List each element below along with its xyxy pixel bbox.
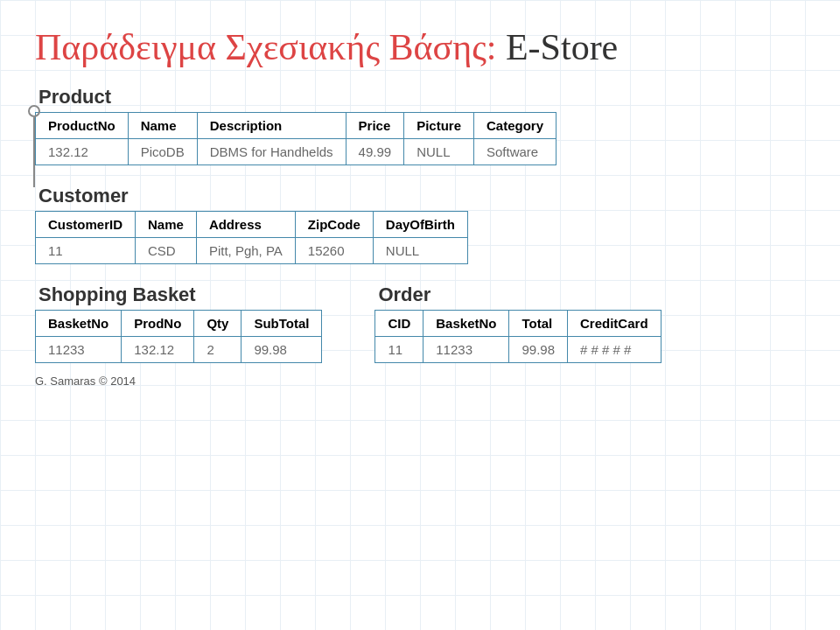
customer-cell-id: 11 bbox=[36, 238, 136, 264]
order-header-row: CID BasketNo Total CreditCard bbox=[375, 311, 661, 337]
title-greek: Παράδειγμα Σχεσιακής Βάσης: bbox=[35, 27, 496, 67]
product-col-picture: Picture bbox=[404, 113, 474, 139]
basket-cell-prodno: 132.12 bbox=[122, 337, 194, 363]
order-cell-total: 99.98 bbox=[509, 337, 568, 363]
order-data-row: 11 11233 99.98 # # # # # bbox=[375, 337, 661, 363]
order-col-total: Total bbox=[509, 311, 568, 337]
footer-text: G. Samaras © 2014 bbox=[35, 374, 136, 388]
bottom-sections: Shopping Basket BasketNo ProdNo Qty SubT… bbox=[35, 284, 805, 382]
customer-col-address: Address bbox=[196, 212, 295, 238]
customer-col-id: CustomerID bbox=[36, 212, 136, 238]
page-title: Παράδειγμα Σχεσιακής Βάσης: E-Store bbox=[35, 26, 805, 68]
order-section: Order CID BasketNo Total CreditCard 11 bbox=[374, 284, 661, 363]
order-col-cid: CID bbox=[375, 311, 424, 337]
title-english: E-Store bbox=[496, 27, 618, 67]
customer-data-row: 11 CSD Pitt, Pgh, PA 15260 NULL bbox=[36, 238, 468, 264]
customer-label: Customer bbox=[38, 185, 805, 207]
basket-cell-basketno: 11233 bbox=[36, 337, 122, 363]
order-col-creditcard: CreditCard bbox=[568, 311, 662, 337]
product-cell-name: PicoDB bbox=[128, 139, 197, 165]
product-cell-price: 49.99 bbox=[346, 139, 404, 165]
product-col-category: Category bbox=[474, 113, 556, 139]
customer-cell-dob: NULL bbox=[373, 238, 467, 264]
customer-cell-zipcode: 15260 bbox=[295, 238, 373, 264]
order-label: Order bbox=[378, 284, 661, 306]
product-label: Product bbox=[38, 86, 805, 108]
customer-cell-address: Pitt, Pgh, PA bbox=[196, 238, 295, 264]
product-header-row: ProductNo Name Description Price Picture… bbox=[36, 113, 556, 139]
product-col-description: Description bbox=[197, 113, 346, 139]
basket-col-prodno: ProdNo bbox=[122, 311, 194, 337]
shopping-basket-section: Shopping Basket BasketNo ProdNo Qty SubT… bbox=[35, 284, 322, 363]
customer-col-zipcode: ZipCode bbox=[295, 212, 373, 238]
shopping-basket-label: Shopping Basket bbox=[38, 284, 322, 306]
product-section: Product ProductNo Name Description Price… bbox=[35, 86, 805, 165]
customer-section: Customer CustomerID Name Address ZipCode… bbox=[35, 185, 805, 264]
product-col-price: Price bbox=[346, 113, 404, 139]
basket-col-qty: Qty bbox=[194, 311, 242, 337]
line-decoration bbox=[33, 117, 35, 187]
shopping-basket-table: BasketNo ProdNo Qty SubTotal 11233 132.1… bbox=[35, 310, 322, 363]
product-cell-description: DBMS for Handhelds bbox=[197, 139, 346, 165]
product-table: ProductNo Name Description Price Picture… bbox=[35, 112, 556, 165]
order-table: CID BasketNo Total CreditCard 11 11233 9… bbox=[374, 310, 661, 363]
order-cell-basketno: 11233 bbox=[424, 337, 509, 363]
basket-cell-subtotal: 99.98 bbox=[242, 337, 322, 363]
basket-col-subtotal: SubTotal bbox=[242, 311, 322, 337]
customer-col-name: Name bbox=[136, 212, 197, 238]
circle-decoration bbox=[28, 105, 40, 117]
order-cell-creditcard: # # # # # bbox=[568, 337, 662, 363]
basket-header-row: BasketNo ProdNo Qty SubTotal bbox=[36, 311, 322, 337]
product-col-name: Name bbox=[128, 113, 197, 139]
customer-cell-name: CSD bbox=[136, 238, 197, 264]
customer-table: CustomerID Name Address ZipCode DayOfBir… bbox=[35, 211, 468, 264]
basket-col-basketno: BasketNo bbox=[36, 311, 122, 337]
order-cell-cid: 11 bbox=[375, 337, 424, 363]
customer-header-row: CustomerID Name Address ZipCode DayOfBir… bbox=[36, 212, 468, 238]
product-cell-productno: 132.12 bbox=[36, 139, 129, 165]
basket-cell-qty: 2 bbox=[194, 337, 242, 363]
product-cell-picture: NULL bbox=[404, 139, 474, 165]
product-cell-category: Software bbox=[474, 139, 556, 165]
customer-col-dob: DayOfBirth bbox=[373, 212, 467, 238]
basket-data-row: 11233 132.12 2 99.98 bbox=[36, 337, 322, 363]
product-col-productno: ProductNo bbox=[36, 113, 129, 139]
product-data-row: 132.12 PicoDB DBMS for Handhelds 49.99 N… bbox=[36, 139, 556, 165]
order-col-basketno: BasketNo bbox=[424, 311, 509, 337]
